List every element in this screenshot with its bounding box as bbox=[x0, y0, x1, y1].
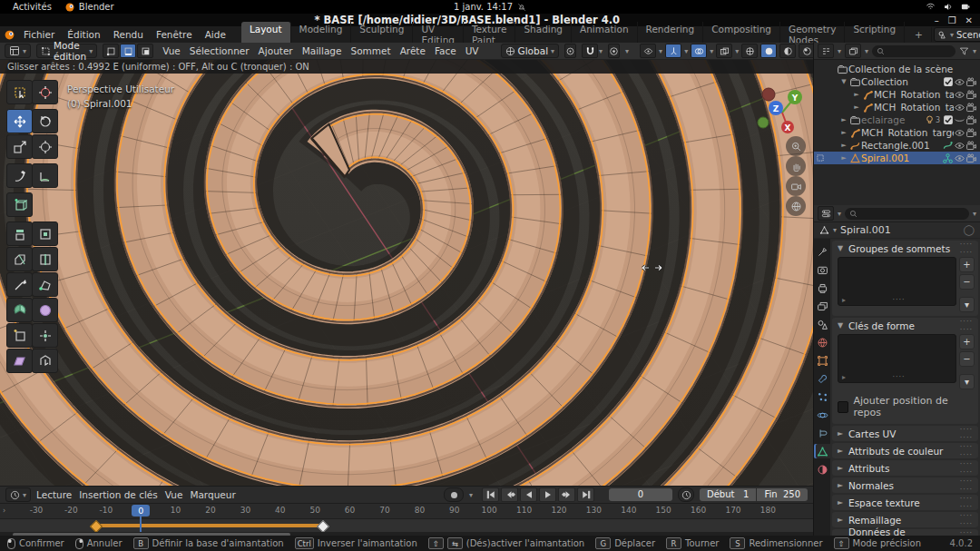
disable-render-toggle[interactable] bbox=[965, 140, 977, 152]
pivot-dropdown[interactable] bbox=[564, 44, 576, 58]
hide-viewport-toggle[interactable] bbox=[954, 89, 965, 101]
tool-shear[interactable] bbox=[6, 349, 33, 373]
expand-arrow[interactable]: ▼ bbox=[839, 78, 848, 85]
current-frame-field[interactable]: 0 bbox=[609, 488, 672, 501]
exclude-checkbox[interactable] bbox=[942, 114, 954, 125]
properties-tab-scene[interactable] bbox=[814, 317, 830, 331]
current-frame-indicator[interactable]: 0 bbox=[132, 505, 150, 517]
disable-render-toggle[interactable] bbox=[965, 76, 977, 88]
auto-keying-toggle[interactable] bbox=[444, 487, 464, 502]
shading-wireframe[interactable] bbox=[741, 44, 758, 58]
properties-tab-tool[interactable] bbox=[814, 244, 830, 259]
app-indicator[interactable]: Blender bbox=[64, 2, 114, 13]
viewport-menu-uv[interactable]: UV bbox=[462, 44, 483, 57]
tool-knife[interactable] bbox=[6, 272, 33, 297]
timeline-menu-marqueur[interactable]: Marqueur bbox=[190, 489, 235, 500]
nav-toggle-perspective-icon[interactable] bbox=[786, 196, 806, 216]
panel-header[interactable]: ► Normales ········ bbox=[832, 477, 978, 493]
timeline-track[interactable] bbox=[0, 519, 813, 532]
minimize-button[interactable]: – bbox=[935, 15, 939, 25]
activities-button[interactable]: Activités bbox=[13, 2, 52, 12]
tool-extrude-region[interactable] bbox=[6, 221, 33, 246]
playback-nextKey-button[interactable] bbox=[558, 487, 575, 502]
hide-viewport-toggle[interactable] bbox=[954, 140, 965, 152]
playback-jumpStart-button[interactable] bbox=[482, 487, 499, 502]
shading-solid[interactable] bbox=[760, 44, 777, 58]
show-overlays-toggle[interactable] bbox=[691, 44, 707, 58]
list-expand-arrow[interactable]: ▸ bbox=[842, 373, 846, 381]
timeline-menu-vue[interactable]: Vue bbox=[165, 489, 183, 500]
viewport-menu-vue[interactable]: Vue bbox=[159, 44, 184, 57]
properties-tab-modifiers[interactable] bbox=[814, 371, 830, 386]
outliner-row-mch-rotation-target-[interactable]: ►MCH_Rotation_target. bbox=[814, 101, 980, 113]
outliner-row-rectangle-001[interactable]: ►Rectangle.001 bbox=[814, 139, 980, 152]
outliner-search[interactable] bbox=[872, 45, 956, 57]
properties-tab-object-data[interactable] bbox=[814, 444, 830, 458]
playback-play-button[interactable] bbox=[539, 487, 556, 502]
browse-data-icon[interactable]: ◯ bbox=[964, 224, 975, 236]
panel-grip-icon[interactable]: ········ bbox=[960, 443, 973, 459]
nav-camera-view-icon[interactable] bbox=[786, 176, 806, 196]
viewport-menu-maillage[interactable]: Maillage bbox=[299, 44, 346, 57]
tool-edge-slide[interactable] bbox=[6, 323, 33, 348]
expand-arrow[interactable]: ► bbox=[839, 116, 848, 123]
properties-tab-material[interactable] bbox=[814, 462, 830, 477]
frame-start-field[interactable]: Début 1 bbox=[700, 488, 756, 501]
panel-list[interactable]: ▸···· bbox=[838, 334, 956, 383]
list-add-button[interactable]: + bbox=[959, 334, 975, 349]
list-specials-dropdown[interactable]: ▾ bbox=[959, 297, 975, 312]
nav-zoom-icon[interactable] bbox=[786, 136, 806, 156]
editor-type-button[interactable]: ▾ bbox=[5, 44, 31, 58]
panel-grip-icon[interactable]: ········ bbox=[960, 318, 973, 334]
hide-viewport-toggle[interactable] bbox=[954, 114, 965, 126]
expand-arrow[interactable]: ► bbox=[839, 142, 848, 149]
outliner-display-mode-dropdown[interactable] bbox=[818, 44, 834, 58]
menu-fenêtre[interactable]: Fenêtre bbox=[150, 27, 199, 42]
expand-arrow[interactable]: ► bbox=[852, 103, 861, 111]
properties-tab-world[interactable] bbox=[814, 335, 830, 349]
viewport-menu-sommet[interactable]: Sommet bbox=[348, 44, 395, 57]
playhead-line[interactable] bbox=[140, 517, 142, 532]
panel-grip-icon[interactable]: ········ bbox=[960, 426, 973, 442]
snap-toggle[interactable] bbox=[582, 44, 598, 58]
list-expand-arrow[interactable]: ▸ bbox=[842, 296, 846, 304]
properties-search[interactable] bbox=[845, 208, 969, 220]
shading-material-preview[interactable] bbox=[779, 44, 796, 58]
tool-bevel[interactable] bbox=[6, 247, 33, 271]
viewport-menu-arête[interactable]: Arête bbox=[397, 44, 429, 57]
keyframe-diamond[interactable] bbox=[317, 520, 329, 533]
outliner-row-collection[interactable]: ▼Collection bbox=[814, 75, 980, 88]
proportional-falloff-dropdown[interactable]: ▾ bbox=[625, 47, 629, 55]
tool-annotate[interactable] bbox=[6, 163, 33, 188]
timeline-expand-arrow[interactable]: › bbox=[3, 507, 5, 515]
disable-render-toggle[interactable] bbox=[965, 102, 977, 113]
tool-poly-build[interactable] bbox=[32, 272, 58, 297]
outliner-filter-mode-dropdown[interactable] bbox=[845, 44, 861, 58]
properties-filter-dropdown[interactable]: ▾ bbox=[973, 210, 976, 218]
panel-header[interactable]: ► Attributs ········ bbox=[832, 460, 978, 476]
list-specials-dropdown[interactable]: ▾ bbox=[959, 374, 975, 389]
checkbox[interactable] bbox=[838, 401, 848, 413]
scene-selector[interactable]: ▾ Scene ✕ bbox=[934, 27, 980, 42]
panel-grip-icon[interactable]: ········ bbox=[960, 460, 973, 477]
outliner-filter-icon[interactable] bbox=[959, 46, 969, 56]
outliner-row-eclairage[interactable]: ►eclairage3 bbox=[814, 113, 980, 126]
tool-select-box[interactable] bbox=[6, 80, 33, 104]
keyframe-diamond[interactable] bbox=[90, 520, 103, 533]
tool-measure[interactable] bbox=[32, 163, 58, 188]
properties-tab-physics[interactable] bbox=[814, 408, 830, 422]
menu-rendu[interactable]: Rendu bbox=[107, 27, 150, 42]
timeline-menu-lecture[interactable]: Lecture bbox=[36, 489, 72, 500]
hide-viewport-toggle[interactable] bbox=[954, 102, 965, 113]
auto-keying-dropdown[interactable]: ▾ bbox=[469, 491, 473, 499]
list-add-button[interactable]: + bbox=[959, 257, 975, 272]
panel-header[interactable]: ► Attributs de couleur ········ bbox=[832, 443, 978, 458]
tool-shrink-fatten[interactable] bbox=[32, 323, 58, 348]
viewport-canvas[interactable] bbox=[0, 60, 813, 486]
blender-menu-icon[interactable] bbox=[4, 29, 15, 41]
snap-dropdown[interactable]: ▾ bbox=[599, 47, 603, 55]
proportional-editing-toggle[interactable] bbox=[608, 44, 620, 58]
timeline-editor-type-button[interactable]: ▾ bbox=[5, 487, 31, 502]
panel-grip-icon[interactable]: ········ bbox=[960, 495, 973, 511]
select-mode-face[interactable] bbox=[137, 44, 153, 58]
